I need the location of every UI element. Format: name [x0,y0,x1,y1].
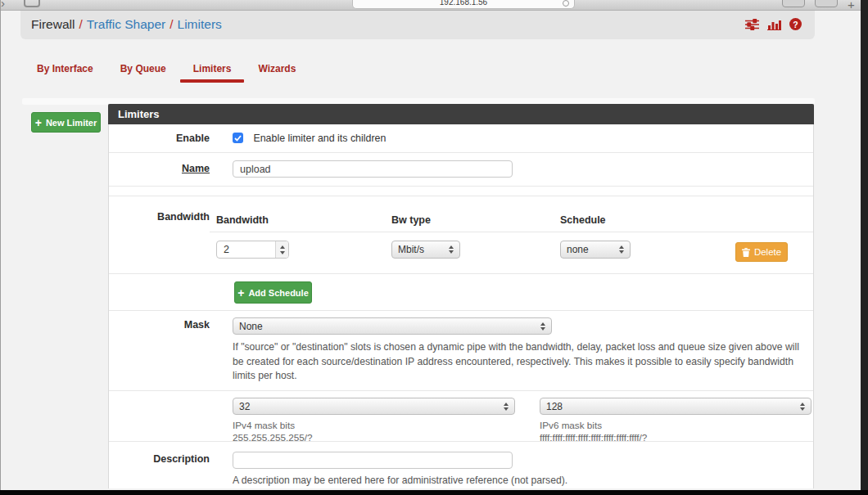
ipv4-mask-value: 32 [239,401,250,412]
name-input[interactable] [233,160,513,178]
sliders-icon[interactable] [745,19,759,30]
mask-help-text: If "source" or "destination" slots is ch… [233,340,811,384]
ipv4-mask-select[interactable]: 32 [233,398,515,415]
breadcrumb-root: Firewall [31,17,75,31]
select-arrows-icon [449,245,454,254]
help-glyph: ? [793,20,798,29]
ipv4-mask-column: 32 IPv4 mask bits 255.255.255.255/? [233,391,515,443]
description-input[interactable] [233,452,513,469]
enable-checkbox[interactable] [233,133,243,143]
schedule-select[interactable]: none [560,241,631,259]
plus-icon: + [237,287,244,299]
select-arrows-icon [619,245,624,254]
tab-by-queue[interactable]: By Queue [120,63,166,74]
new-limiter-button[interactable]: + New Limiter [31,112,101,133]
new-tab-button[interactable]: + [848,0,855,11]
delete-button[interactable]: Delete [735,242,788,262]
breadcrumb-link-limiters[interactable]: Limiters [178,17,222,31]
stepper-arrows-icon[interactable] [275,241,288,258]
mask-select[interactable]: None [233,317,552,335]
add-schedule-button[interactable]: + Add Schedule [234,281,312,304]
new-limiter-label: New Limiter [46,118,97,128]
add-schedule-label: Add Schedule [248,288,308,298]
trash-icon [742,248,750,257]
description-label: Description [109,442,210,488]
plus-icon: + [35,117,42,128]
browser-toolbar: › 192.168.1.56 + [0,0,868,11]
ipv6-mask-value: 128 [546,401,563,412]
screen-right-edge [861,0,868,495]
breadcrumb: Firewall/Traffic Shaper/Limiters [31,17,222,32]
forward-icon[interactable]: › [1,0,5,10]
form-row-enable: Enable Enable limiter and its children [109,124,813,153]
schedule-value: none [567,244,589,255]
breadcrumb-separator: / [79,17,82,31]
breadcrumb-bar: Firewall/Traffic Shaper/Limiters [20,11,815,39]
ipv4-mask-caption: IPv4 mask bits [233,420,515,430]
ipv6-mask-caption: IPv6 mask bits [540,420,811,430]
screen-bottom-edge [0,490,868,495]
tab-by-interface[interactable]: By Interface [37,63,93,74]
address-bar[interactable]: 192.168.1.56 [352,0,575,9]
form-row-mask: Mask None If "source" or "destination" s… [109,311,813,391]
ipv6-mask-column: 128 IPv6 mask bits ffff:ffff:ffff:ffff:f… [540,391,811,443]
limiters-panel: Limiters Enable Enable limiter and its c… [108,104,814,488]
name-label: Name [109,153,210,186]
column-header-bw-type: Bw type [391,214,431,226]
delete-label: Delete [754,247,781,257]
bandwidth-label: Bandwidth [109,196,210,273]
form-row-add-schedule: + Add Schedule [109,274,813,311]
select-arrows-icon [504,403,509,411]
form-row-bandwidth: Bandwidth Bandwidth Bw type Schedule Mbi… [109,196,813,274]
help-icon[interactable]: ? [789,18,802,30]
description-help-text: A description may be entered here for ad… [233,475,813,486]
section-spacer [109,187,813,196]
mask-value: None [239,321,263,332]
ipv6-mask-select[interactable]: 128 [540,398,811,415]
sidebar-toggle-icon[interactable] [24,0,40,7]
form-row-mask-bits: 32 IPv4 mask bits 255.255.255.255/? 128 [109,391,813,442]
form-row-description: Description A description may be entered… [109,442,813,488]
column-header-schedule: Schedule [560,214,606,226]
tabs-overview-icon[interactable] [815,0,838,7]
select-arrows-icon [800,403,805,411]
pfsense-limiters-screen: › 192.168.1.56 + Firewall/Traffic Shaper… [0,0,868,495]
breadcrumb-link-traffic-shaper[interactable]: Traffic Shaper [87,17,166,31]
mask-label: Mask [109,311,210,390]
tab-limiters[interactable]: Limiters [193,63,232,74]
tab-bar: By Interface By Queue Limiters Wizards [37,63,323,74]
breadcrumb-separator-2: / [170,17,173,31]
form-row-name: Name [109,153,813,187]
panel-title: Limiters [108,104,814,124]
reload-icon[interactable] [563,0,569,7]
share-icon[interactable] [782,0,805,7]
bw-type-value: Mbit/s [398,244,424,255]
bandwidth-stepper [216,241,289,259]
url-text: 192.168.1.56 [440,0,487,7]
bw-type-select[interactable]: Mbit/s [391,241,460,259]
check-icon [234,135,242,142]
column-header-bandwidth: Bandwidth [216,214,269,226]
enable-label: Enable [109,124,210,152]
bar-chart-icon[interactable] [767,19,781,30]
table-header-divider [210,232,813,232]
select-arrows-icon [540,322,545,331]
screen-left-edge [0,0,1,495]
tab-wizards[interactable]: Wizards [258,63,296,74]
enable-checkbox-label: Enable limiter and its children [253,133,386,144]
